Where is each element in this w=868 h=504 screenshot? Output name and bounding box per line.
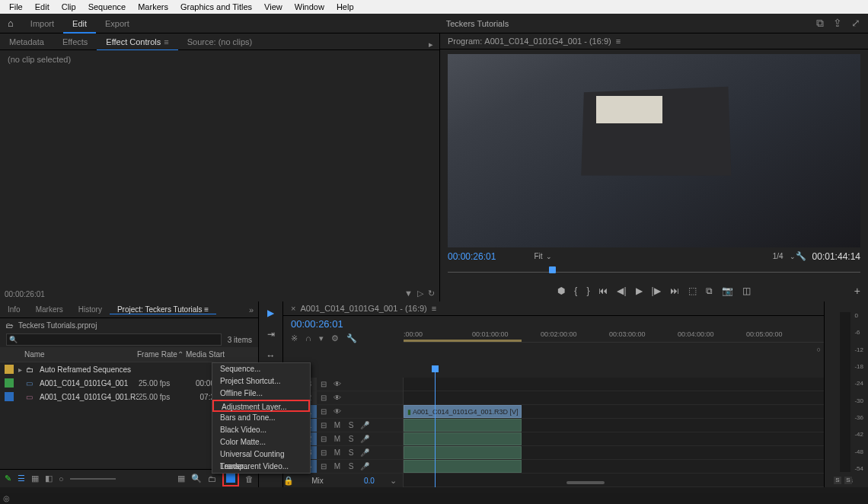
freeform-view-icon[interactable]: ◧ <box>45 474 53 483</box>
new-bin-icon[interactable]: 🗀 <box>208 474 216 483</box>
sync-lock-icon[interactable]: ⊟ <box>317 421 330 429</box>
lift-icon[interactable]: ⬚ <box>688 285 697 296</box>
audio-clip[interactable] <box>404 446 522 459</box>
home-icon[interactable]: ⌂ <box>8 18 14 29</box>
solo-icon[interactable]: S <box>344 462 358 471</box>
sync-lock-icon[interactable]: ⊟ <box>317 394 330 402</box>
panel-menu-icon[interactable]: ≡ <box>432 304 436 313</box>
menu-clip[interactable]: Clip <box>56 2 82 11</box>
keyframe-nav-icon[interactable]: ▷ <box>417 289 423 298</box>
menu-markers[interactable]: Markers <box>132 2 174 11</box>
panel-menu-icon[interactable]: ≡ <box>204 305 209 314</box>
sort-icon[interactable]: ○ <box>59 474 64 483</box>
cm-sequence[interactable]: Sequence... <box>212 363 310 375</box>
mix-value[interactable]: 0.0 <box>364 477 375 485</box>
chevron-down-icon[interactable]: ⌄ <box>390 476 397 486</box>
cm-adjustment-layer[interactable]: Adjustment Layer... <box>212 400 310 412</box>
chevron-down-icon[interactable]: ⌄ <box>790 253 796 260</box>
go-in-icon[interactable]: ⏮ <box>598 285 608 296</box>
add-button-icon[interactable]: + <box>854 285 860 297</box>
panel-menu-icon[interactable]: ≡ <box>616 37 621 46</box>
extract-icon[interactable]: ⧉ <box>706 285 713 296</box>
find-icon[interactable]: 🔍 <box>191 474 202 483</box>
mic-icon[interactable]: 🎤 <box>358 462 372 471</box>
loop-icon[interactable]: ↻ <box>428 289 435 298</box>
timeline-playhead[interactable] <box>435 365 436 487</box>
marker-icon[interactable]: ▾ <box>319 333 324 343</box>
mark-in-icon[interactable]: { <box>574 285 577 296</box>
menu-edit[interactable]: Edit <box>29 2 56 11</box>
mute-icon[interactable]: M <box>330 462 344 471</box>
track-select-tool-icon[interactable]: ⇥ <box>264 327 278 341</box>
chevron-right-icon[interactable]: ▸ <box>429 40 433 49</box>
settings-wrench-icon[interactable]: 🔧 <box>796 251 806 261</box>
resolution-dropdown[interactable]: 1/4 <box>773 252 783 260</box>
mark-out-icon[interactable]: } <box>586 285 589 296</box>
mute-icon[interactable]: M <box>330 435 344 443</box>
tab-source[interactable]: Source: (no clips) <box>178 33 262 50</box>
eye-icon[interactable]: 👁 <box>330 380 344 388</box>
column-frame-rate[interactable]: Frame Rate ⌃ <box>137 350 186 359</box>
column-media-start[interactable]: Media Start <box>186 350 228 359</box>
cm-bars-tone[interactable]: Bars and Tone... <box>212 412 310 424</box>
share-icon[interactable]: ⇪ <box>833 17 842 30</box>
cm-color-matte[interactable]: Color Matte... <box>212 436 310 448</box>
video-clip[interactable]: ▮ A001_C014_0101G4_001.R3D [V] <box>404 405 522 418</box>
cm-transparent-video[interactable]: Transparent Video... <box>212 461 310 473</box>
marker-add-icon[interactable]: ⬢ <box>557 285 565 296</box>
ripple-tool-icon[interactable]: ↔ <box>264 349 278 362</box>
solo-icon[interactable]: S <box>344 421 358 429</box>
menu-window[interactable]: Window <box>289 2 330 11</box>
snap-icon[interactable]: ※ <box>291 333 298 343</box>
workspace-tab-import[interactable]: Import <box>21 14 63 33</box>
tab-project[interactable]: Project: Teckers Tutorials ≡ <box>110 305 216 314</box>
solo-left-button[interactable]: S <box>834 477 841 484</box>
mic-icon[interactable]: 🎤 <box>358 448 372 457</box>
menu-sequence[interactable]: Sequence <box>82 2 132 11</box>
project-search-input[interactable] <box>6 333 222 346</box>
linked-selection-icon[interactable]: ∩ <box>305 333 311 343</box>
chevrons-icon[interactable]: » <box>249 305 258 314</box>
mute-icon[interactable]: M <box>330 421 344 429</box>
cm-black-video[interactable]: Black Video... <box>212 424 310 436</box>
program-viewport[interactable] <box>448 54 860 247</box>
list-view-icon[interactable]: ☰ <box>18 474 25 483</box>
workspace-tab-export[interactable]: Export <box>96 14 139 33</box>
close-sequence-icon[interactable]: × <box>291 304 295 313</box>
export-frame-icon[interactable]: 📷 <box>722 285 733 296</box>
menu-file[interactable]: File <box>3 2 29 11</box>
sync-lock-icon[interactable]: ⊟ <box>317 462 330 471</box>
thumbnail-zoom-slider[interactable] <box>70 478 116 480</box>
timeline-zoom-scrollbar[interactable] <box>566 480 778 486</box>
timeline-timecode[interactable]: 00:00:26:01 <box>291 318 343 330</box>
solo-right-button[interactable]: S <box>844 477 852 484</box>
filter-icon[interactable]: ▼ <box>404 289 413 298</box>
wrench-icon[interactable]: 🔧 <box>346 333 357 343</box>
zoom-handle-icon[interactable]: ○ <box>817 346 821 353</box>
new-item-button[interactable] <box>226 474 235 483</box>
workspace-tab-edit[interactable]: Edit <box>63 14 96 33</box>
cm-universal-counting[interactable]: Universal Counting Leader... <box>212 448 310 461</box>
zoom-fit-dropdown[interactable]: Fit <box>534 252 542 260</box>
solo-icon[interactable]: S <box>344 448 358 457</box>
settings-icon[interactable]: ⚙ <box>331 333 339 343</box>
menu-graphics[interactable]: Graphics and Titles <box>174 2 258 11</box>
sort-arrow-icon[interactable]: ⌃ <box>177 350 183 359</box>
program-playhead[interactable] <box>549 266 556 273</box>
fullscreen-icon[interactable]: ⤢ <box>851 17 860 30</box>
automate-icon[interactable]: ▦ <box>177 474 185 483</box>
eye-icon[interactable]: 👁 <box>330 407 344 416</box>
audio-clip[interactable] <box>404 432 522 445</box>
trash-icon[interactable]: 🗑 <box>245 474 254 483</box>
program-scrubber[interactable] <box>448 264 860 279</box>
lock-icon[interactable]: 🔒 <box>283 476 294 486</box>
sync-lock-icon[interactable]: ⊟ <box>317 407 330 416</box>
program-in-timecode[interactable]: 00:00:26:01 <box>448 251 496 262</box>
tab-effects[interactable]: Effects <box>53 33 97 50</box>
timeline-content[interactable]: ▮ A001_C014_0101G4_001.R3D [V] <box>404 378 824 487</box>
play-icon[interactable]: ▶ <box>636 285 643 296</box>
mute-icon[interactable]: M <box>330 448 344 457</box>
tab-effect-controls[interactable]: Effect Controls≡ <box>97 33 177 50</box>
step-forward-icon[interactable]: |▶ <box>652 285 661 296</box>
column-name[interactable]: Name <box>24 350 137 359</box>
